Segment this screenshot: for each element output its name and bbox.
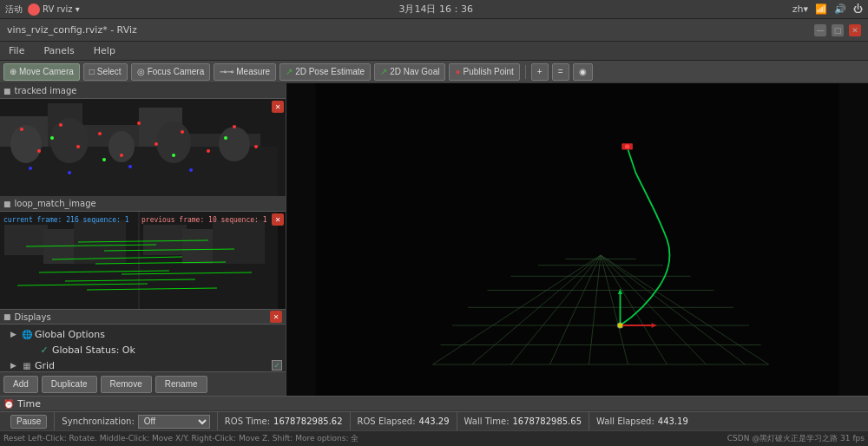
measure-label: Measure xyxy=(236,67,270,76)
loop-match-view: ■ loop_match_image xyxy=(0,196,286,309)
window-controls[interactable]: — □ ✕ xyxy=(814,24,861,36)
svg-point-20 xyxy=(181,130,184,134)
tracked-image-svg xyxy=(0,99,286,196)
move-camera-button[interactable]: ⊕ Move Camera xyxy=(3,63,80,81)
svg-point-23 xyxy=(254,145,258,148)
sync-label: Synchronization: xyxy=(62,416,134,426)
measure-icon: ⊸⊸ xyxy=(220,67,233,76)
viewport-3d-panel[interactable] xyxy=(286,83,868,396)
svg-point-17 xyxy=(120,154,123,157)
volume-icon: 🔊 xyxy=(834,3,846,15)
tracked-image-title: tracked image xyxy=(15,86,77,95)
network-icon: 📶 xyxy=(815,3,827,15)
wall-elapsed-section: Wall Elapsed: 443.19 xyxy=(589,412,695,430)
loop-match-title: loop_match_image xyxy=(15,199,96,208)
svg-point-14 xyxy=(59,123,62,127)
svg-rect-40 xyxy=(182,229,217,264)
svg-rect-52 xyxy=(316,83,839,396)
pose-estimate-button[interactable]: ↗ 2D Pose Estimate xyxy=(279,63,371,81)
publish-point-label: Publish Point xyxy=(463,67,513,76)
svg-point-7 xyxy=(10,125,42,163)
svg-point-22 xyxy=(233,125,236,128)
display-item-global-status[interactable]: ✓ Global Status: Ok xyxy=(0,342,286,357)
focus-camera-button[interactable]: ◎ Focus Camera xyxy=(131,63,211,81)
remove-display-button[interactable]: Remove xyxy=(101,376,152,393)
displays-header: ■ Displays ✕ xyxy=(0,309,286,325)
svg-point-12 xyxy=(20,128,23,131)
tracked-image-close[interactable]: ✕ xyxy=(272,101,284,113)
svg-point-27 xyxy=(189,168,193,172)
focus-camera-icon: ◎ xyxy=(137,67,145,76)
loop-match-svg: current frame: 216 sequence: 1 previous … xyxy=(0,212,286,309)
svg-point-30 xyxy=(172,154,175,157)
sync-section: Synchronization: Off Exact Approximate xyxy=(55,412,217,430)
sync-select[interactable]: Off Exact Approximate xyxy=(138,415,210,429)
lang-indicator[interactable]: zh▾ xyxy=(792,3,808,15)
nav-goal-button[interactable]: ↗ 2D Nav Goal xyxy=(374,63,445,81)
current-frame-label: current frame: 216 sequence: 1 xyxy=(3,216,129,224)
svg-rect-41 xyxy=(213,220,265,264)
power-icon: ⏻ xyxy=(853,3,863,15)
move-camera-label: Move Camera xyxy=(19,67,74,76)
svg-point-11 xyxy=(219,127,250,161)
wall-elapsed-label: Wall Elapsed: xyxy=(596,416,654,426)
svg-point-19 xyxy=(155,142,158,146)
rename-display-button[interactable]: Rename xyxy=(155,376,207,393)
bottom-status-text: Reset Left-Click: Rotate. Middle-Click: … xyxy=(3,433,358,444)
nav-goal-label: 2D Nav Goal xyxy=(390,67,439,76)
display-item-grid[interactable]: ▶ ▦ Grid xyxy=(0,357,286,371)
svg-point-13 xyxy=(37,149,41,153)
svg-point-16 xyxy=(98,132,102,135)
display-item-global-options[interactable]: ▶ 🌐 Global Options xyxy=(0,326,286,342)
ros-elapsed-section: ROS Elapsed: 443.29 xyxy=(351,412,457,430)
svg-point-31 xyxy=(224,136,227,140)
measure-button[interactable]: ⊸⊸ Measure xyxy=(214,63,276,81)
pause-button[interactable]: Pause xyxy=(10,415,47,429)
expand-arrow-global: ▶ xyxy=(10,330,19,338)
add-display-button[interactable]: Add xyxy=(3,376,38,393)
global-options-icon: 🌐 xyxy=(21,329,33,339)
window-title: vins_rviz_config.rviz* - RViz xyxy=(7,24,137,36)
title-bar: vins_rviz_config.rviz* - RViz — □ ✕ xyxy=(0,19,868,42)
wall-time-section: Wall Time: 1678782985.65 xyxy=(457,412,589,430)
pause-section: Pause xyxy=(3,412,55,430)
svg-point-24 xyxy=(29,167,32,170)
displays-close-button[interactable]: ✕ xyxy=(270,311,282,323)
publish-point-button[interactable]: ● Publish Point xyxy=(449,63,519,81)
menu-panels[interactable]: Panels xyxy=(38,43,79,58)
settings-icon-button[interactable]: ◉ xyxy=(573,63,593,81)
toolbar: ⊕ Move Camera □ Select ◎ Focus Camera ⊸⊸… xyxy=(0,61,868,83)
clock-icon: ⏰ xyxy=(3,399,14,409)
grid-label: Grid xyxy=(35,360,270,371)
menu-file[interactable]: File xyxy=(3,43,30,58)
select-button[interactable]: □ Select xyxy=(83,63,128,81)
tracked-image-canvas: ✕ xyxy=(0,99,286,196)
displays-title: ■ Displays xyxy=(3,312,51,322)
select-icon: □ xyxy=(89,67,95,76)
grid-checkbox[interactable] xyxy=(272,360,282,371)
add-icon-button[interactable]: + xyxy=(531,63,549,81)
svg-point-78 xyxy=(618,323,622,327)
menu-help[interactable]: Help xyxy=(89,43,121,58)
displays-buttons: Add Duplicate Remove Rename xyxy=(0,371,286,396)
svg-point-26 xyxy=(128,165,132,168)
loop-match-close[interactable]: ✕ xyxy=(272,213,284,226)
duplicate-display-button[interactable]: Duplicate xyxy=(42,376,97,393)
minus-icon-button[interactable]: = xyxy=(552,63,569,81)
move-camera-icon: ⊕ xyxy=(10,67,16,76)
wall-time-value: 1678782985.65 xyxy=(513,416,582,426)
ros-elapsed-value: 443.29 xyxy=(419,416,450,426)
rviz-indicator[interactable]: RV rviz ▾ xyxy=(28,3,80,16)
minimize-button[interactable]: — xyxy=(814,24,826,36)
global-status-icon: ✓ xyxy=(38,344,50,355)
displays-list: ▶ 🌐 Global Options ✓ Global Status: Ok ▶… xyxy=(0,325,286,371)
time-title: Time xyxy=(17,398,41,410)
wall-time-label: Wall Time: xyxy=(464,416,510,426)
ros-time-value: 1678782985.62 xyxy=(273,416,343,426)
global-options-label: Global Options xyxy=(35,329,282,340)
maximize-button[interactable]: □ xyxy=(832,24,844,36)
activity-label: 活动 xyxy=(5,3,23,16)
close-button[interactable]: ✕ xyxy=(849,24,861,36)
system-bar-left: 活动 RV rviz ▾ xyxy=(5,3,80,16)
loop-match-canvas: current frame: 216 sequence: 1 previous … xyxy=(0,212,286,309)
